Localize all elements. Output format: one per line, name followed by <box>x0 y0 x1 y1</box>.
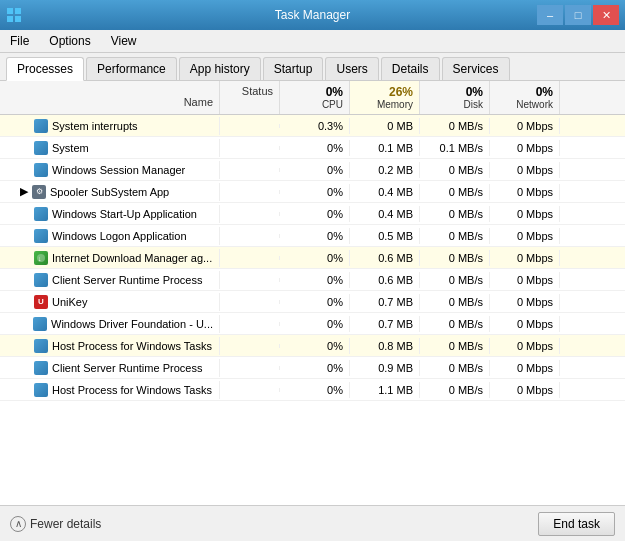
minimize-button[interactable]: – <box>537 5 563 25</box>
process-memory: 0.9 MB <box>350 360 420 376</box>
col-cpu-label: CPU <box>322 99 343 110</box>
table-row[interactable]: System 0% 0.1 MB 0.1 MB/s 0 Mbps <box>0 137 625 159</box>
process-name-cell: ↓ Internet Download Manager ag... <box>0 249 220 267</box>
process-name: Host Process for Windows Tasks <box>52 384 212 396</box>
process-disk: 0 MB/s <box>420 250 490 266</box>
process-network: 0 Mbps <box>490 382 560 398</box>
process-name: Windows Driver Foundation - U... <box>51 318 213 330</box>
table-row[interactable]: Windows Session Manager 0% 0.2 MB 0 MB/s… <box>0 159 625 181</box>
process-cpu: 0% <box>280 316 350 332</box>
process-name: Client Server Runtime Process <box>52 274 202 286</box>
col-network[interactable]: 0% Network <box>490 81 560 114</box>
process-icon <box>34 383 48 397</box>
process-status <box>220 278 280 282</box>
fewer-details-icon: ∧ <box>10 516 26 532</box>
process-network: 0 Mbps <box>490 184 560 200</box>
end-task-button[interactable]: End task <box>538 512 615 536</box>
process-disk: 0.1 MB/s <box>420 140 490 156</box>
svg-rect-3 <box>15 16 21 22</box>
tab-app-history[interactable]: App history <box>179 57 261 80</box>
process-memory: 0.7 MB <box>350 294 420 310</box>
svg-text:↓: ↓ <box>38 255 42 262</box>
col-memory[interactable]: 26% Memory <box>350 81 420 114</box>
process-cpu: 0% <box>280 272 350 288</box>
window-icon <box>6 7 22 23</box>
tab-services[interactable]: Services <box>442 57 510 80</box>
svg-rect-2 <box>7 16 13 22</box>
process-network: 0 Mbps <box>490 228 560 244</box>
table-row[interactable]: Windows Logon Application 0% 0.5 MB 0 MB… <box>0 225 625 247</box>
process-cpu: 0.3% <box>280 118 350 134</box>
tab-details[interactable]: Details <box>381 57 440 80</box>
process-name: System <box>52 142 89 154</box>
process-network: 0 Mbps <box>490 162 560 178</box>
col-disk[interactable]: 0% Disk <box>420 81 490 114</box>
process-network: 0 Mbps <box>490 338 560 354</box>
process-icon <box>34 339 48 353</box>
table-row[interactable]: Client Server Runtime Process 0% 0.9 MB … <box>0 357 625 379</box>
menu-options[interactable]: Options <box>45 32 94 50</box>
col-name[interactable]: Name <box>0 81 220 114</box>
expand-arrow[interactable]: ▶ <box>20 185 28 198</box>
table-row[interactable]: Windows Start-Up Application 0% 0.4 MB 0… <box>0 203 625 225</box>
table-header: Name Status 0% CPU 26% Memory 0% Disk 0%… <box>0 81 625 115</box>
process-cpu: 0% <box>280 382 350 398</box>
process-disk: 0 MB/s <box>420 184 490 200</box>
process-memory: 0.2 MB <box>350 162 420 178</box>
process-cpu: 0% <box>280 184 350 200</box>
table-row[interactable]: ↓ Internet Download Manager ag... 0% 0.6… <box>0 247 625 269</box>
process-name-cell: Client Server Runtime Process <box>0 271 220 289</box>
tab-startup[interactable]: Startup <box>263 57 324 80</box>
process-network: 0 Mbps <box>490 140 560 156</box>
col-status[interactable]: Status <box>220 81 280 114</box>
process-memory: 0.6 MB <box>350 250 420 266</box>
menu-bar: File Options View <box>0 30 625 53</box>
process-name: System interrupts <box>52 120 138 132</box>
process-memory: 0.6 MB <box>350 272 420 288</box>
process-cpu: 0% <box>280 250 350 266</box>
table-row[interactable]: System interrupts 0.3% 0 MB 0 MB/s 0 Mbp… <box>0 115 625 137</box>
process-name: Windows Session Manager <box>52 164 185 176</box>
maximize-button[interactable]: □ <box>565 5 591 25</box>
process-status <box>220 234 280 238</box>
table-row[interactable]: ▶ ⚙ Spooler SubSystem App 0% 0.4 MB 0 MB… <box>0 181 625 203</box>
process-status <box>220 322 280 326</box>
process-network: 0 Mbps <box>490 250 560 266</box>
table-row[interactable]: U UniKey 0% 0.7 MB 0 MB/s 0 Mbps <box>0 291 625 313</box>
table-row[interactable]: Client Server Runtime Process 0% 0.6 MB … <box>0 269 625 291</box>
table-row[interactable]: Windows Driver Foundation - U... 0% 0.7 … <box>0 313 625 335</box>
col-cpu-pct: 0% <box>326 85 343 99</box>
close-button[interactable]: ✕ <box>593 5 619 25</box>
table-row[interactable]: Host Process for Windows Tasks 0% 1.1 MB… <box>0 379 625 401</box>
process-cpu: 0% <box>280 360 350 376</box>
tab-users[interactable]: Users <box>325 57 378 80</box>
process-cpu: 0% <box>280 294 350 310</box>
process-memory: 1.1 MB <box>350 382 420 398</box>
col-name-label: Name <box>184 96 213 108</box>
process-memory: 0.1 MB <box>350 140 420 156</box>
process-network: 0 Mbps <box>490 118 560 134</box>
process-status <box>220 124 280 128</box>
window: Task Manager – □ ✕ File Options View Pro… <box>0 0 625 541</box>
menu-file[interactable]: File <box>6 32 33 50</box>
process-icon: ⚙ <box>32 185 46 199</box>
title-bar: Task Manager – □ ✕ <box>0 0 625 30</box>
process-status <box>220 388 280 392</box>
process-name: Internet Download Manager ag... <box>52 252 212 264</box>
tab-bar: Processes Performance App history Startu… <box>0 53 625 81</box>
col-cpu[interactable]: 0% CPU <box>280 81 350 114</box>
col-disk-pct: 0% <box>466 85 483 99</box>
process-icon <box>34 163 48 177</box>
process-status <box>220 300 280 304</box>
menu-view[interactable]: View <box>107 32 141 50</box>
process-memory: 0 MB <box>350 118 420 134</box>
col-memory-pct: 26% <box>389 85 413 99</box>
process-disk: 0 MB/s <box>420 228 490 244</box>
process-memory: 0.4 MB <box>350 184 420 200</box>
process-network: 0 Mbps <box>490 316 560 332</box>
tab-performance[interactable]: Performance <box>86 57 177 80</box>
tab-processes[interactable]: Processes <box>6 57 84 81</box>
table-row[interactable]: Host Process for Windows Tasks 0% 0.8 MB… <box>0 335 625 357</box>
process-name-cell: System interrupts <box>0 117 220 135</box>
fewer-details-button[interactable]: ∧ Fewer details <box>10 516 101 532</box>
